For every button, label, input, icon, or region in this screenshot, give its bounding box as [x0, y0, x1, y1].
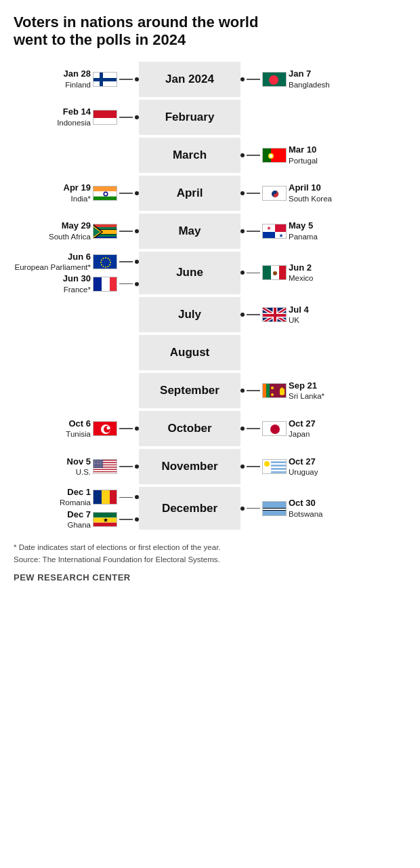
svg-point-93 [102, 460, 102, 460]
svg-point-44 [103, 258, 104, 259]
connector-dot [240, 313, 245, 317]
svg-rect-2 [100, 73, 103, 87]
month-row-march: MarchMar 10Portugal [14, 138, 406, 173]
svg-point-92 [100, 460, 101, 460]
svg-rect-119 [271, 461, 287, 462]
flag-in [93, 186, 117, 201]
svg-point-88 [94, 460, 95, 460]
connector-dot [240, 153, 245, 157]
svg-rect-85 [93, 473, 117, 474]
month-label-5: June [139, 252, 240, 294]
flag-fr [93, 277, 117, 292]
svg-rect-82 [93, 469, 117, 471]
flag-ro [93, 490, 117, 505]
month-row-september: SeptemberSep 21Sri Lanka* [14, 373, 406, 408]
branding: PEW RESEARCH CENTER [14, 571, 406, 585]
connector-dot [240, 77, 245, 81]
connector-line [247, 508, 260, 509]
flag-lk [262, 383, 287, 398]
month-label-0: Jan 2024 [139, 62, 240, 97]
svg-point-124 [264, 461, 270, 467]
svg-point-35 [109, 260, 110, 261]
svg-rect-6 [93, 118, 117, 125]
entry-left-tunisia: Oct 6Tunisia [66, 418, 139, 439]
connector-line [247, 314, 260, 315]
entry-left-south-africa: May 29South Africa [49, 220, 139, 241]
month-label-1: February [139, 100, 240, 135]
flag-bw [262, 501, 287, 516]
col-right: Jan 7Bangladesh [240, 62, 406, 97]
svg-rect-120 [271, 465, 287, 466]
month-label-8: September [139, 373, 240, 408]
month-label-3: April [139, 176, 240, 211]
flag-za [93, 224, 117, 239]
svg-point-103 [99, 463, 100, 464]
entry-right-botswana: Oct 30Botswana [240, 498, 406, 519]
svg-rect-127 [110, 490, 117, 505]
connector-line [119, 193, 133, 194]
month-row-april: Apr 19India*AprilApril 10South Korea [14, 176, 406, 211]
svg-point-117 [102, 466, 102, 467]
connector-line [247, 428, 260, 429]
entry-right-uk: Jul 4UK [240, 304, 406, 326]
svg-point-89 [96, 460, 96, 460]
month-row-october: Oct 6TunisiaOctoberOct 27Japan [14, 411, 406, 446]
month-label-4: May [139, 214, 240, 249]
month-label-9: October [139, 411, 240, 446]
connector-line [247, 231, 260, 232]
month-label-10: November [139, 449, 240, 484]
svg-point-109 [99, 465, 100, 465]
col-left [14, 373, 139, 408]
svg-point-37 [109, 264, 110, 266]
month-label-11: December [139, 487, 240, 530]
col-right: April 10South Korea [240, 176, 406, 211]
connector-line [247, 273, 260, 274]
month-row-august: August [14, 335, 406, 370]
svg-point-34 [108, 258, 109, 259]
svg-point-40 [103, 266, 104, 267]
svg-point-114 [97, 466, 98, 467]
svg-rect-46 [102, 277, 110, 292]
col-left: Apr 19India* [14, 176, 139, 211]
month-label-7: August [139, 335, 240, 370]
svg-point-111 [102, 465, 102, 465]
connector-line [119, 283, 133, 285]
month-row-february: Feb 14IndonesiaFebruary [14, 100, 406, 135]
svg-point-10 [270, 154, 273, 157]
svg-point-42 [100, 262, 102, 263]
svg-point-104 [100, 463, 101, 464]
svg-rect-48 [263, 266, 271, 280]
entry-right-portugal: Mar 10Portugal [240, 144, 406, 165]
flag-eu [93, 254, 117, 269]
svg-rect-130 [93, 523, 117, 527]
svg-point-71 [107, 427, 110, 430]
connector-line [247, 390, 260, 391]
svg-point-100 [94, 463, 95, 464]
entry-left-finland: Jan 28Finland [64, 68, 139, 90]
svg-rect-47 [110, 277, 117, 292]
entry-right-panama: May 5Panama [240, 220, 406, 241]
flag-gh [93, 512, 117, 527]
connector-line [119, 231, 133, 232]
svg-rect-1 [93, 78, 117, 81]
svg-point-106 [94, 465, 95, 465]
col-left: Feb 14Indonesia [14, 100, 139, 135]
entry-right-bangladesh: Jan 7Bangladesh [240, 68, 406, 90]
svg-rect-87 [93, 460, 103, 468]
svg-point-66 [271, 393, 274, 396]
connector-line [247, 466, 260, 467]
entry-left-indonesia: Feb 14Indonesia [57, 106, 139, 127]
entry-left-ghana: Dec 7Ghana [67, 509, 139, 530]
connector-dot [240, 507, 245, 511]
connector-line [247, 193, 260, 194]
col-left: Oct 6Tunisia [14, 411, 139, 446]
entry-left-european-parliament*: Jun 6European Parliament* [14, 252, 139, 273]
entry-left-india*: Apr 19India* [64, 182, 139, 203]
svg-point-112 [94, 466, 95, 467]
infographic: Jan 28FinlandJan 2024Jan 7BangladeshFeb … [14, 62, 406, 533]
svg-point-107 [96, 465, 96, 465]
flag-bd [262, 72, 287, 87]
connector-dot [240, 229, 245, 233]
col-left [14, 138, 139, 173]
connector-line [119, 519, 133, 520]
